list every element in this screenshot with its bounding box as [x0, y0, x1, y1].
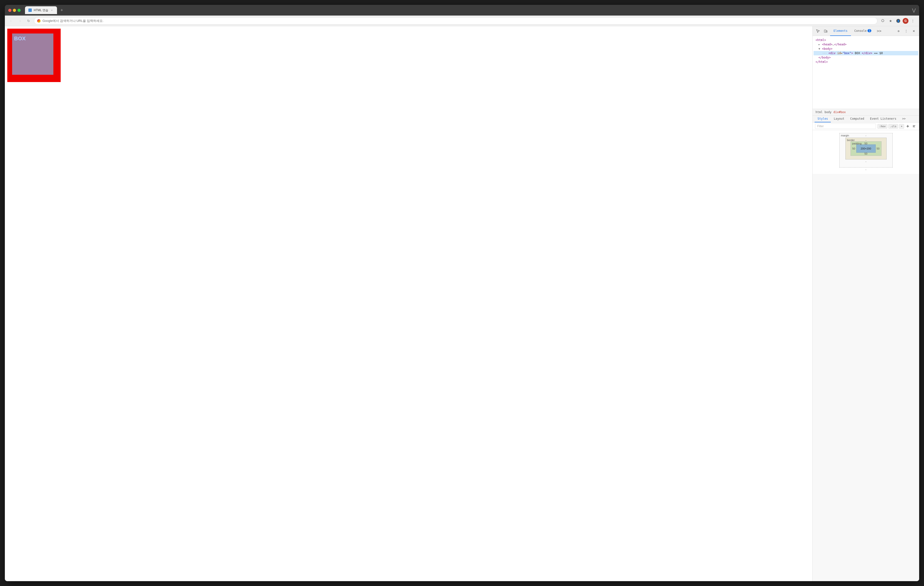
- content-size: 200×200: [861, 147, 871, 150]
- inspect-element-button[interactable]: [815, 28, 822, 35]
- menu-button[interactable]: ⋮: [909, 18, 916, 24]
- inner-box: BOX: [12, 33, 53, 75]
- dom-line-div-box[interactable]: ··· <div id="box"> BOX </div> == $0: [813, 51, 918, 55]
- webpage-content: BOX: [5, 29, 812, 581]
- tab-title: HTML 연습: [34, 8, 48, 12]
- breadcrumb-body[interactable]: body: [825, 111, 832, 114]
- webpage-area: BOX: [5, 26, 812, 581]
- forward-button[interactable]: →: [16, 18, 23, 24]
- traffic-lights: [8, 9, 21, 12]
- filter-buttons: :hov .cls +: [878, 124, 917, 129]
- tab-layout[interactable]: Layout: [831, 116, 847, 122]
- filter-bar: :hov .cls +: [813, 122, 919, 130]
- dom-line-head[interactable]: ► <head>…</head>: [813, 42, 918, 46]
- url-text: Google에서 검색하거나 URL을 입력하세요.: [43, 19, 103, 23]
- padding-top-value: 50: [864, 142, 867, 145]
- dom-tree: <html> ► <head>…</head> ▼ <body> ··· <di…: [813, 36, 919, 109]
- devtools-more-button[interactable]: ⋮: [903, 28, 909, 35]
- maximize-button[interactable]: [18, 9, 21, 12]
- breadcrumb-bar: html body div#box: [813, 109, 919, 116]
- dom-line-html[interactable]: <html>: [813, 38, 918, 42]
- reload-button[interactable]: ↻: [25, 18, 32, 24]
- tab-event-listeners[interactable]: Event Listeners: [867, 116, 899, 122]
- padding-bottom-value: 50: [864, 152, 867, 155]
- border-bottom-value: -: [845, 160, 887, 163]
- minimize-button[interactable]: [13, 9, 16, 12]
- box-model-content: 200×200: [856, 144, 876, 153]
- elements-tab[interactable]: Elements: [830, 26, 851, 36]
- cls-button[interactable]: .cls: [888, 124, 898, 129]
- toolbar-icons: ★ 👤 G ⋮: [879, 18, 916, 24]
- dom-line-body-close[interactable]: </body>: [813, 55, 918, 60]
- svg-rect-2: [824, 30, 826, 32]
- svg-text:👤: 👤: [897, 20, 900, 23]
- google-icon: [37, 19, 41, 23]
- styles-tabs: Styles Layout Computed Event Listeners >…: [813, 116, 919, 122]
- margin-top-value: -: [866, 134, 866, 137]
- svg-rect-3: [826, 31, 827, 32]
- breadcrumb-div[interactable]: div#box: [833, 111, 846, 114]
- new-style-rule-button[interactable]: [905, 124, 911, 129]
- bookmark-button[interactable]: ★: [887, 18, 894, 24]
- devtools-toolbar: Elements Console 1 >> ⚙ ⋮ ×: [813, 26, 919, 36]
- devtools-panel: Elements Console 1 >> ⚙ ⋮ × <html>: [812, 26, 919, 581]
- main-content: BOX Elements Console 1: [5, 26, 919, 581]
- hov-button[interactable]: :hov: [878, 124, 888, 129]
- new-tab-button[interactable]: +: [58, 7, 65, 13]
- address-bar: ← → ↻ Google에서 검색하거나 URL을 입력하세요. ★ 👤 G ⋮: [5, 15, 919, 26]
- dom-line-body[interactable]: ▼ <body>: [813, 46, 918, 51]
- dom-line-html-close[interactable]: </html>: [813, 60, 918, 64]
- padding-label: padding: [852, 142, 861, 145]
- devtools-close-button[interactable]: ×: [911, 28, 917, 35]
- box-model-border: border - padding 50 50 50: [845, 137, 887, 159]
- content-row: 50 200×200 50: [855, 144, 877, 153]
- add-style-button[interactable]: +: [899, 124, 904, 129]
- more-tabs-button[interactable]: >>: [876, 29, 882, 33]
- profile-picture-button[interactable]: 👤: [895, 18, 902, 24]
- padding-left-value: 50: [852, 147, 855, 150]
- console-tab[interactable]: Console 1: [851, 26, 875, 36]
- address-input[interactable]: Google에서 검색하거나 URL을 입력하세요.: [34, 17, 878, 25]
- title-bar: HTML 연습 × + ⋁: [5, 5, 919, 15]
- tab-more[interactable]: >>: [899, 116, 909, 122]
- margin-bottom-value: -: [839, 168, 893, 171]
- profile-avatar[interactable]: G: [903, 18, 909, 24]
- close-button[interactable]: [8, 9, 12, 12]
- tab-styles[interactable]: Styles: [815, 116, 831, 122]
- box-label: BOX: [14, 35, 26, 42]
- toggle-classes-button[interactable]: [911, 124, 917, 129]
- tab-computed[interactable]: Computed: [847, 116, 867, 122]
- padding-right-value: 50: [877, 147, 879, 150]
- console-badge: 1: [868, 29, 871, 32]
- active-tab[interactable]: HTML 연습 ×: [25, 6, 57, 14]
- device-toolbar-button[interactable]: [822, 28, 829, 35]
- tab-bar: HTML 연습 × +: [25, 6, 910, 14]
- back-button[interactable]: ←: [8, 18, 15, 24]
- tab-favicon: [28, 8, 32, 12]
- breadcrumb-html[interactable]: html: [815, 111, 823, 114]
- extensions-button[interactable]: [879, 18, 886, 24]
- box-model-margin: margin - border - padding 50 50: [839, 133, 893, 167]
- devtools-settings-button[interactable]: ⚙: [895, 28, 902, 34]
- filter-input[interactable]: [815, 124, 876, 129]
- red-box: BOX: [7, 29, 61, 82]
- svg-rect-5: [908, 125, 908, 127]
- tab-close-button[interactable]: ×: [50, 8, 54, 12]
- devtools-tabs: Elements Console 1: [830, 26, 875, 36]
- box-model-padding: padding 50 50 50 200×200: [850, 141, 881, 156]
- margin-label: margin: [841, 134, 849, 137]
- box-model-container: margin - border - padding 50 50: [813, 130, 919, 174]
- window-controls[interactable]: ⋁: [912, 8, 916, 13]
- box-model-diagram: margin - border - padding 50 50: [839, 133, 893, 171]
